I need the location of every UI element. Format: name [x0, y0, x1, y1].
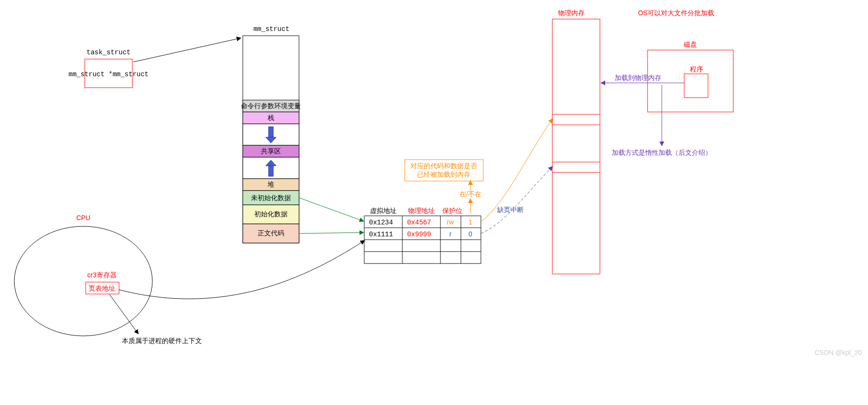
physmem-box: [552, 19, 600, 274]
pt-r0-vaddr: 0x1234: [369, 219, 393, 226]
cr3-label: cr3寄存器: [87, 271, 116, 279]
cr3-to-pagetable: [119, 241, 364, 299]
svg-rect-0: [269, 127, 273, 137]
pt-hdr-prot: 保护位: [442, 207, 462, 214]
pt-hdr-paddr: 物理地址: [408, 207, 435, 214]
task-struct-title: task_struct: [87, 49, 130, 56]
pagefault-label: 缺页中断: [497, 206, 524, 213]
disk-program-label: 程序: [690, 65, 703, 73]
pt-r1-pres: 0: [469, 230, 472, 238]
pt-r1-vaddr: 0x1111: [369, 231, 393, 238]
pt-r1-prot: r: [449, 230, 452, 238]
text-to-pt: [299, 233, 363, 233]
disk-program-box: [684, 74, 708, 98]
mm-struct-title: mm_struct: [253, 25, 289, 33]
seg-text-label: 正文代码: [258, 229, 284, 237]
task-struct-member: mm_struct *mm_struct: [69, 71, 149, 78]
seg-data-label: 初始化数据: [254, 210, 288, 218]
cpu-note: 本质属于进程的硬件上下文: [122, 337, 202, 344]
pt-present-label: 在/不在: [459, 190, 481, 198]
pt-r1-paddr: 0x9999: [407, 231, 431, 238]
physmem-title: 物理内存: [558, 9, 585, 17]
cr3-value: 页表地址: [89, 284, 115, 292]
cr3-note-arrow: [110, 294, 138, 334]
disk-title: 磁盘: [683, 40, 697, 48]
disk-batch-note: OS可以对大文件分批加载: [638, 9, 714, 17]
cpu-ellipse: [14, 226, 152, 336]
watermark: CSDN @kpl_20: [815, 349, 862, 356]
seg-shared-label: 共享区: [261, 147, 281, 155]
load-to-mem-label: 加载到物理内存: [615, 74, 661, 81]
seg-stack-label: 栈: [267, 114, 274, 122]
seg-cmdline-label: 命令行参数环境变量: [241, 102, 301, 110]
pt-r0-paddr: 0x4567: [407, 219, 431, 226]
pt-r0-prot: rw: [447, 218, 455, 226]
seg-heap-label: 堆: [267, 181, 274, 188]
bss-to-pt: [299, 198, 363, 221]
pt-hdr-vaddr: 虚拟地址: [370, 207, 397, 214]
lazy-note: 加载方式是惰性加载（后文介绍）: [612, 149, 712, 156]
pt-r0-pres: 1: [469, 218, 472, 226]
task-to-mm-arrow: [133, 38, 240, 62]
pt-note-text: 对应的代码和数据是否已经被加载到内存: [410, 162, 477, 178]
svg-rect-1: [269, 166, 273, 176]
diagram-canvas: task_struct mm_struct *mm_struct mm_stru…: [0, 0, 868, 405]
seg-bss-label: 未初始化数据: [251, 194, 291, 202]
cpu-title: CPU: [76, 214, 90, 222]
